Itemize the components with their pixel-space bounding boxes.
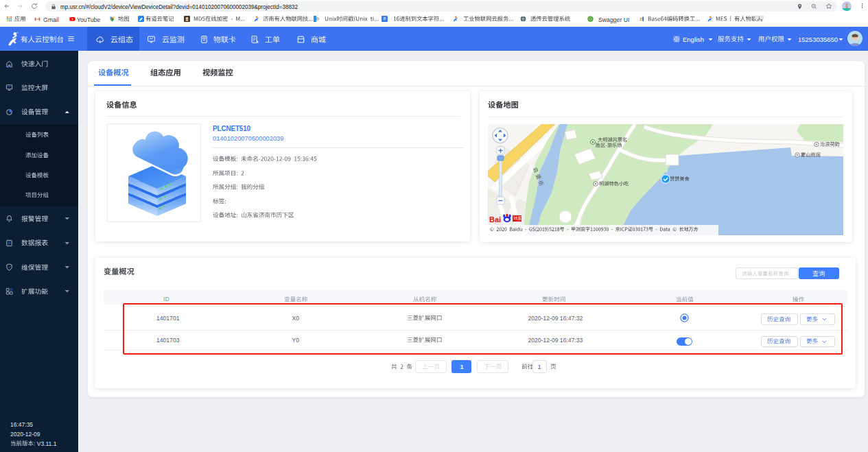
svg-text:B: B [384,16,386,21]
svg-text:Bai: Bai [489,215,501,224]
svg-text:Z: Z [640,16,642,21]
